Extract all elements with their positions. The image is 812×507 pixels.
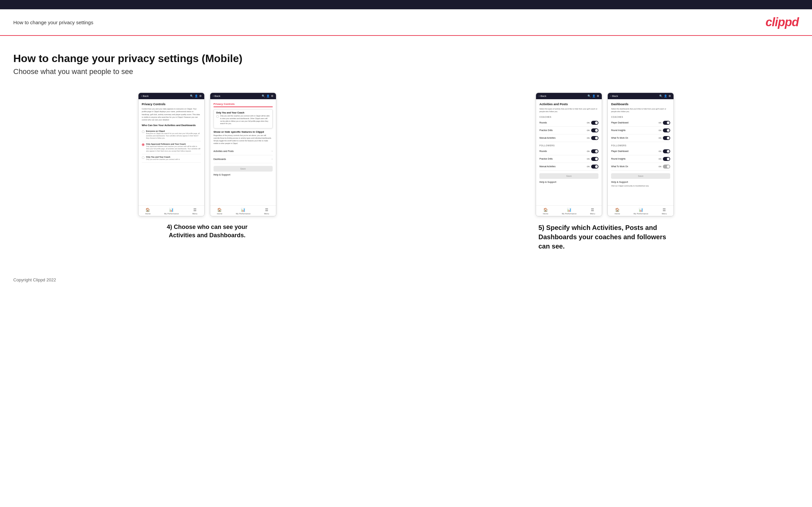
nav-menu-3[interactable]: ☰ Menu [590, 208, 595, 215]
nav-performance-label-3: My Performance [562, 213, 576, 215]
toggle-manual-coaches[interactable] [591, 136, 599, 140]
radio-circle-coach-only [142, 156, 145, 159]
toggle-rounds-followers[interactable] [591, 149, 599, 153]
toggle-coaches-what-work[interactable]: What To Work On ON [611, 134, 670, 142]
person-icon-3[interactable]: 👤 [592, 95, 596, 98]
toggle-what-work-coaches[interactable] [663, 136, 670, 140]
what-to-work-label-c: What To Work On [611, 137, 628, 139]
toggle-drills-followers[interactable] [591, 157, 599, 161]
toggle-player-dash-followers[interactable] [663, 149, 670, 153]
nav-menu-2[interactable]: ☰ Menu [264, 208, 269, 215]
phone-screen-3: ‹ Back 🔍 👤 ⚙ Activities and Posts Select… [536, 93, 602, 216]
toggle-coaches-player-dash[interactable]: Player Dashboard ON [611, 119, 670, 127]
header: How to change your privacy settings clip… [0, 9, 812, 36]
chart-icon-2: 📊 [241, 208, 245, 212]
toggle-coaches-round-insights[interactable]: Round Insights ON [611, 127, 670, 134]
search-icon[interactable]: 🔍 [190, 95, 193, 98]
back-arrow-4-icon[interactable]: ‹ Back [610, 95, 618, 98]
settings-icon-4[interactable]: ⚙ [668, 95, 671, 98]
toggle-followers-manual[interactable]: Manual Activities ON [539, 163, 599, 171]
phone-header-4: ‹ Back 🔍 👤 ⚙ [608, 93, 673, 99]
toggle-followers-what-work[interactable]: What To Work On ON [611, 163, 670, 171]
toggle-followers-drills[interactable]: Practice Drills ON [539, 155, 599, 163]
tab-privacy-controls[interactable]: Privacy Controls [213, 103, 235, 107]
privacy-controls-desc: Control how you and your data appears to… [142, 108, 201, 121]
nav-home-label-4: Home [615, 213, 620, 215]
toggle-followers-player-dash[interactable]: Player Dashboard ON [611, 148, 670, 155]
radio-option-followers[interactable]: Only Approved Followers and Your Coach O… [142, 142, 201, 154]
phone-content-1: Privacy Controls Control how you and you… [139, 99, 204, 206]
back-arrow-2-icon[interactable]: ‹ Back [213, 95, 220, 98]
save-button-4[interactable]: Save [611, 173, 670, 179]
radio-desc-followers: Only approved followers and coaches you … [146, 145, 201, 152]
person-icon-4[interactable]: 👤 [664, 95, 667, 98]
toggle-coaches-manual[interactable]: Manual Activities ON [539, 134, 599, 142]
page-subtitle: Choose what you want people to see [13, 67, 799, 76]
toggle-followers-round-insights[interactable]: Round Insights ON [611, 155, 670, 163]
round-insights-label-f: Round Insights [611, 158, 625, 160]
nav-performance-1[interactable]: 📊 My Performance [164, 208, 179, 215]
show-hide-title: Show or hide specific features in Clippd [213, 130, 273, 133]
nav-home-1[interactable]: 🏠 Home [145, 208, 150, 215]
toggle-player-dash-coaches[interactable] [663, 121, 670, 125]
settings-icon-2[interactable]: ⚙ [271, 95, 273, 98]
followers-label-4: FOLLOWERS [611, 144, 670, 147]
home-icon-3: 🏠 [543, 208, 548, 212]
chevron-right-icon: › [272, 150, 273, 153]
nav-performance-2[interactable]: 📊 My Performance [236, 208, 250, 215]
toggle-round-insights-coaches[interactable] [663, 128, 670, 132]
save-button-3[interactable]: Save [539, 173, 599, 179]
phone-content-3: Activities and Posts Select the types of… [536, 99, 602, 206]
main-content: How to change your privacy settings (Mob… [0, 36, 812, 271]
nav-menu-1[interactable]: ☰ Menu [192, 208, 197, 215]
popup-box: Only You and Your Coach Only you and the… [213, 109, 273, 128]
back-arrow-3-icon[interactable]: ‹ Back [539, 95, 546, 98]
nav-performance-4[interactable]: 📊 My Performance [633, 208, 648, 215]
nav-menu-4[interactable]: ☰ Menu [662, 208, 667, 215]
nav-performance-3[interactable]: 📊 My Performance [562, 208, 576, 215]
radio-option-coach-only[interactable]: Only You and Your Coach Only you and the… [142, 154, 201, 163]
phone-screen-4: ‹ Back 🔍 👤 ⚙ Dashboards Select the dashb… [607, 93, 674, 216]
toggle-followers-rounds[interactable]: Rounds ON [539, 148, 599, 155]
toggle-round-insights-followers[interactable] [663, 157, 670, 161]
back-arrow-icon[interactable]: ‹ Back [141, 95, 149, 98]
nav-home-3[interactable]: 🏠 Home [543, 208, 548, 215]
menu-row-dashboards[interactable]: Dashboards › [213, 155, 273, 163]
settings-icon-3[interactable]: ⚙ [597, 95, 599, 98]
save-button-2[interactable]: Save [213, 166, 273, 172]
nav-performance-label: My Performance [164, 213, 179, 215]
person-icon[interactable]: 👤 [195, 95, 198, 98]
toggle-rounds-coaches[interactable] [591, 121, 599, 125]
toggle-manual-followers[interactable] [591, 165, 599, 169]
phone-nav-3: 🏠 Home 📊 My Performance ☰ Menu [536, 206, 602, 216]
menu-row-activities[interactable]: Activities and Posts › [213, 147, 273, 155]
search-icon-2[interactable]: 🔍 [262, 95, 265, 98]
person-icon-2[interactable]: 👤 [266, 95, 270, 98]
manual-activities-label-f: Manual Activities [539, 165, 555, 168]
radio-label-coach-only: Only You and Your Coach [146, 156, 180, 158]
search-icon-4[interactable]: 🔍 [659, 95, 663, 98]
nav-home-2[interactable]: 🏠 Home [217, 208, 222, 215]
chart-icon: 📊 [169, 208, 174, 212]
toggle-coaches-rounds[interactable]: Rounds ON [539, 119, 599, 127]
search-icon-3[interactable]: 🔍 [588, 95, 591, 98]
help-support-desc-4: Visit our Clippd community to troublesho… [611, 184, 670, 187]
settings-icon[interactable]: ⚙ [199, 95, 202, 98]
tab-bar-2: Privacy Controls [213, 103, 273, 107]
what-to-work-label-f: What To Work On [611, 165, 628, 168]
menu-icon-2: ☰ [265, 208, 268, 212]
phone-screen-1: ‹ Back 🔍 👤 ⚙ Privacy Controls Control ho… [138, 93, 205, 216]
radio-circle-everyone [142, 130, 145, 133]
nav-home-label: Home [145, 213, 150, 215]
toggle-drills-coaches[interactable] [591, 128, 599, 132]
radio-option-everyone[interactable]: Everyone on Clippd Everyone on Clippd ca… [142, 128, 201, 142]
help-support-2: Help & Support [213, 174, 273, 176]
toggle-coaches-drills[interactable]: Practice Drills ON [539, 127, 599, 134]
toggle-what-work-followers[interactable] [663, 165, 670, 169]
rounds-label-f: Rounds [539, 150, 547, 152]
phone-nav-4: 🏠 Home 📊 My Performance ☰ Menu [608, 206, 673, 216]
coaches-label-4: COACHES [611, 116, 670, 118]
nav-home-4[interactable]: 🏠 Home [615, 208, 620, 215]
copyright-text: Copyright Clippd 2022 [13, 277, 56, 282]
phone-header-2: ‹ Back 🔍 👤 ⚙ [210, 93, 276, 99]
